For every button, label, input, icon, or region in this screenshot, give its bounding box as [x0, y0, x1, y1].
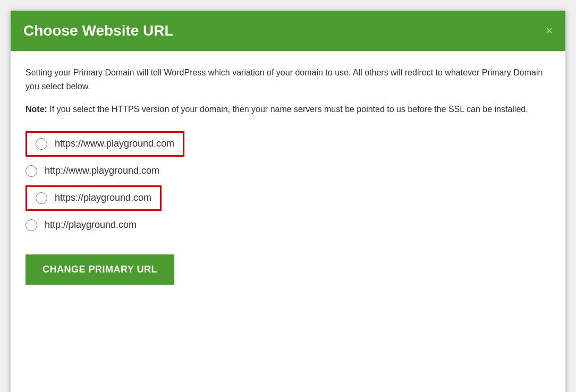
modal-container: Choose Website URL × Setting your Primar… — [11, 11, 565, 392]
radio-label-1: https://www.playground.com — [55, 138, 174, 149]
radio-option-4[interactable]: http://playground.com — [26, 219, 550, 231]
modal-title: Choose Website URL — [23, 22, 174, 39]
radio-label-3: https://playground.com — [55, 192, 151, 203]
modal-body: Setting your Primary Domain will tell Wo… — [11, 51, 565, 306]
note-label: Note: — [26, 105, 47, 114]
close-button[interactable]: × — [546, 25, 553, 37]
radio-input-4[interactable] — [26, 219, 37, 231]
radio-input-2[interactable] — [26, 165, 37, 177]
note-text: Note: If you select the HTTPS version of… — [26, 103, 550, 116]
description-text: Setting your Primary Domain will tell Wo… — [26, 66, 550, 93]
note-content: If you select the HTTPS version of your … — [47, 105, 528, 114]
radio-label-4: http://playground.com — [45, 219, 137, 231]
change-primary-url-button[interactable]: CHANGE PRIMARY URL — [26, 254, 174, 285]
radio-option-2[interactable]: http://www.playground.com — [26, 165, 550, 177]
radio-label-2: http://www.playground.com — [45, 165, 159, 176]
radio-input-1[interactable] — [36, 138, 47, 150]
radio-option-1[interactable]: https://www.playground.com — [26, 131, 184, 157]
radio-input-3[interactable] — [36, 192, 47, 204]
radio-option-3[interactable]: https://playground.com — [26, 185, 162, 211]
radio-group: https://www.playground.com http://www.pl… — [26, 131, 550, 231]
modal-header: Choose Website URL × — [11, 11, 565, 51]
